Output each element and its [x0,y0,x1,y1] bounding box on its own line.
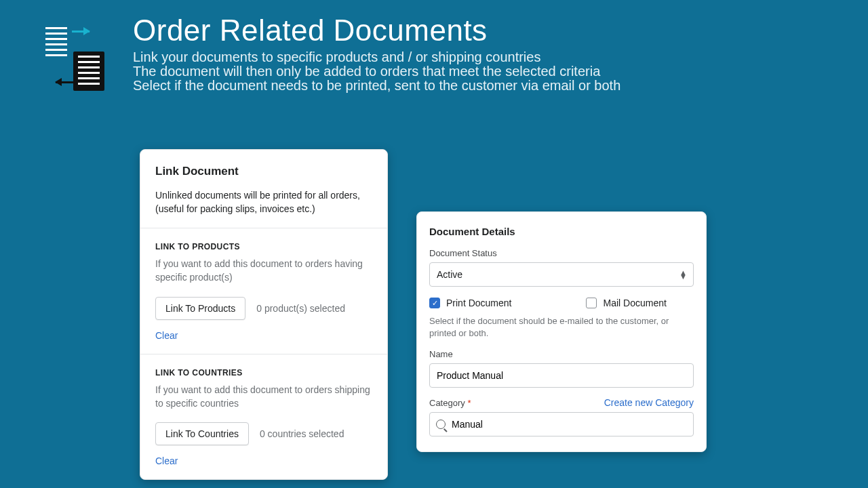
status-select-value: Active [437,269,462,280]
name-input[interactable] [429,363,694,388]
link-to-countries-heading: LINK TO COUNTRIES [155,368,372,378]
document-details-title: Document Details [429,226,694,237]
category-label: Category * [429,398,471,408]
header-text: Order Related Documents Link your docume… [133,12,620,93]
page-subtitle-1: Link your documents to specific products… [133,50,620,64]
link-to-products-desc: If you want to add this document to orde… [155,257,372,285]
link-to-products-section: LINK TO PRODUCTS If you want to add this… [140,228,387,354]
search-icon [436,420,446,429]
clear-countries-link[interactable]: Clear [155,455,178,466]
chevron-updown-icon: ▲▼ [679,270,687,279]
print-document-label: Print Document [446,298,511,308]
delivery-hint: Select if the document should be e-maile… [429,315,694,340]
clear-products-link[interactable]: Clear [155,330,178,341]
page-subtitle-3: Select if the document needs to be print… [133,79,620,93]
mail-document-label: Mail Document [603,298,666,308]
products-selected-count: 0 product(s) selected [256,303,345,314]
link-to-products-button[interactable]: Link To Products [155,297,245,320]
print-document-checkbox[interactable]: ✓ Print Document [429,298,511,308]
page-title: Order Related Documents [133,14,620,47]
page-subtitle-2: The document will then only be added to … [133,64,620,79]
create-category-link[interactable]: Create new Category [604,397,694,408]
link-to-countries-desc: If you want to add this document to orde… [155,383,372,411]
link-to-products-heading: LINK TO PRODUCTS [155,242,372,251]
status-select[interactable]: Active [429,262,694,287]
document-details-card: Document Details Document Status Active … [416,211,707,452]
mail-document-checkbox[interactable]: Mail Document [586,298,666,308]
countries-selected-count: 0 countries selected [260,428,344,439]
link-document-intro: Unlinked documents will be printed for a… [155,189,372,216]
checkbox-checked-icon: ✓ [429,298,440,308]
link-to-countries-section: LINK TO COUNTRIES If you want to add thi… [140,354,387,480]
page-header: Order Related Documents Link your docume… [0,0,868,93]
app-logo-icon [41,23,104,91]
link-document-title: Link Document [155,165,372,178]
status-label: Document Status [429,248,694,258]
checkbox-unchecked-icon [586,298,597,308]
category-search-input[interactable] [429,412,694,436]
link-to-countries-button[interactable]: Link To Countries [155,422,249,445]
name-label: Name [429,349,694,359]
link-document-card: Link Document Unlinked documents will be… [140,149,388,480]
